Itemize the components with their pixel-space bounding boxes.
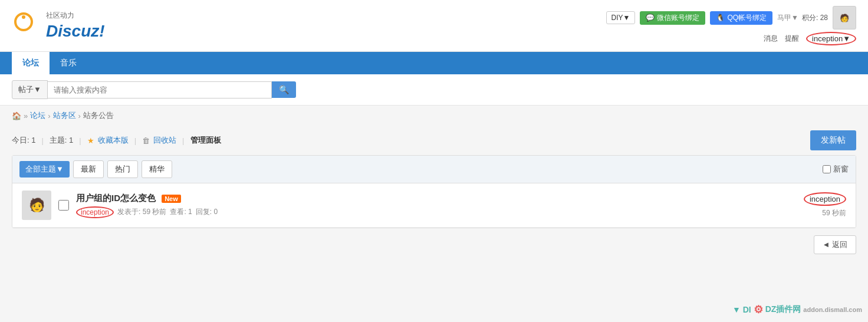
thread-author-link[interactable]: inception — [76, 206, 114, 218]
latest-button[interactable]: 最新 — [73, 160, 104, 178]
thread-replies: 回复: 0 — [196, 207, 218, 217]
breadcrumb: 🏠 » 论坛 › 站务区 › 站务公告 — [0, 106, 868, 126]
thread-filters: 全部主题▼ 最新 热门 精华 新窗 — [12, 156, 856, 183]
toolbar: 今日: 1 | 主题: 1 | ★ 收藏本版 | 🗑 回收站 | 管理面板 发新… — [0, 126, 868, 155]
filter-left: 全部主题▼ 最新 热门 精华 — [19, 160, 172, 178]
breadcrumb-forum[interactable]: 论坛 — [30, 110, 45, 121]
thread-meta: inception 发表于: 59 秒前 查看: 1 回复: 0 — [76, 206, 768, 218]
header-bottom-row: 消息 提醒 inception▼ — [764, 32, 856, 45]
nav-item-forum[interactable]: 论坛 — [12, 52, 50, 74]
remind-link[interactable]: 提醒 — [785, 34, 799, 44]
header-top-row: DIY▼ 💬 微信账号绑定 🐧 QQ帐号绑定 马甲▼ 积分: 28 🧑 — [606, 6, 856, 29]
collect-link[interactable]: 收藏本版 — [98, 135, 129, 146]
navbar: 论坛 音乐 — [0, 52, 868, 74]
thread-right-time: 59 秒前 — [775, 208, 846, 218]
diy-button[interactable]: DIY▼ — [606, 11, 636, 24]
thread-views: 查看: 1 — [170, 207, 192, 217]
elite-button[interactable]: 精华 — [142, 160, 172, 178]
thread-title[interactable]: 用户组的ID怎么变色 New — [76, 193, 768, 204]
search-icon: 🔍 — [279, 85, 289, 94]
new-post-button[interactable]: 发新帖 — [810, 130, 856, 150]
header: 社区动力 Discuz! DIY▼ 💬 微信账号绑定 🐧 QQ帐号绑定 马甲▼ … — [0, 0, 868, 52]
trash-icon: 🗑 — [142, 136, 150, 145]
toolbar-left: 今日: 1 | 主题: 1 | ★ 收藏本版 | 🗑 回收站 | 管理面板 — [12, 135, 221, 146]
search-category-button[interactable]: 帖子▼ — [12, 80, 48, 99]
svg-point-1 — [22, 15, 25, 19]
thread-author-badge[interactable]: inception — [804, 192, 846, 206]
manage-link[interactable]: 管理面板 — [190, 135, 221, 146]
search-input[interactable] — [48, 81, 272, 98]
nav-item-music[interactable]: 音乐 — [50, 52, 87, 74]
thread-post-time: 发表于: 59 秒前 — [117, 207, 166, 217]
header-right: DIY▼ 💬 微信账号绑定 🐧 QQ帐号绑定 马甲▼ 积分: 28 🧑 消息 提… — [606, 6, 856, 45]
table-row: 🧑 用户组的ID怎么变色 New inception 发表于: 59 秒前 查看… — [12, 183, 856, 228]
today-count: 今日: 1 — [12, 135, 35, 146]
username-badge[interactable]: inception▼ — [806, 32, 856, 45]
community-label: 社区动力 — [46, 11, 105, 21]
search-button[interactable]: 🔍 — [272, 81, 296, 98]
thread-content: 用户组的ID怎么变色 New inception 发表于: 59 秒前 查看: … — [76, 193, 768, 218]
new-badge: New — [162, 195, 181, 203]
avatar-image: 🧑 — [840, 14, 849, 22]
new-window-label: 新窗 — [833, 164, 849, 175]
score-label: 积分: 28 — [802, 13, 828, 23]
topic-count: 主题: 1 — [50, 135, 73, 146]
hot-button[interactable]: 热门 — [107, 160, 138, 178]
logo-area: 社区动力 Discuz! — [12, 11, 105, 41]
thread-avatar: 🧑 — [22, 190, 51, 220]
user-jiajia[interactable]: 马甲▼ — [777, 13, 798, 23]
recycle-link[interactable]: 回收站 — [153, 135, 176, 146]
qq-bind-button[interactable]: 🐧 QQ帐号绑定 — [710, 11, 772, 25]
user-avatar: 🧑 — [833, 6, 856, 29]
breadcrumb-home[interactable]: 🏠 — [12, 111, 21, 120]
all-topics-button[interactable]: 全部主题▼ — [19, 161, 70, 178]
wechat-icon: 💬 — [646, 14, 655, 22]
back-button[interactable]: ◄ 返回 — [814, 235, 856, 254]
filter-right: 新窗 — [823, 164, 849, 175]
thread-right: inception 59 秒前 — [775, 192, 846, 218]
message-link[interactable]: 消息 — [764, 34, 778, 44]
breadcrumb-section: 站务公告 — [83, 110, 114, 121]
thread-checkbox[interactable] — [58, 200, 69, 211]
wechat-bind-button[interactable]: 💬 微信账号绑定 — [640, 11, 705, 25]
new-window-checkbox[interactable] — [823, 165, 831, 173]
breadcrumb-zone[interactable]: 站务区 — [53, 110, 76, 121]
thread-area: 全部主题▼ 最新 热门 精华 新窗 🧑 用户组的ID怎么变色 New incep… — [12, 155, 856, 228]
star-icon: ★ — [87, 136, 94, 145]
user-info: 马甲▼ 积分: 28 — [777, 13, 828, 23]
logo-text: Discuz! — [46, 22, 105, 40]
bottom-bar: ◄ 返回 — [0, 228, 868, 261]
logo-icon — [12, 11, 41, 41]
search-bar: 帖子▼ 🔍 — [0, 74, 868, 106]
qq-icon: 🐧 — [716, 14, 725, 22]
